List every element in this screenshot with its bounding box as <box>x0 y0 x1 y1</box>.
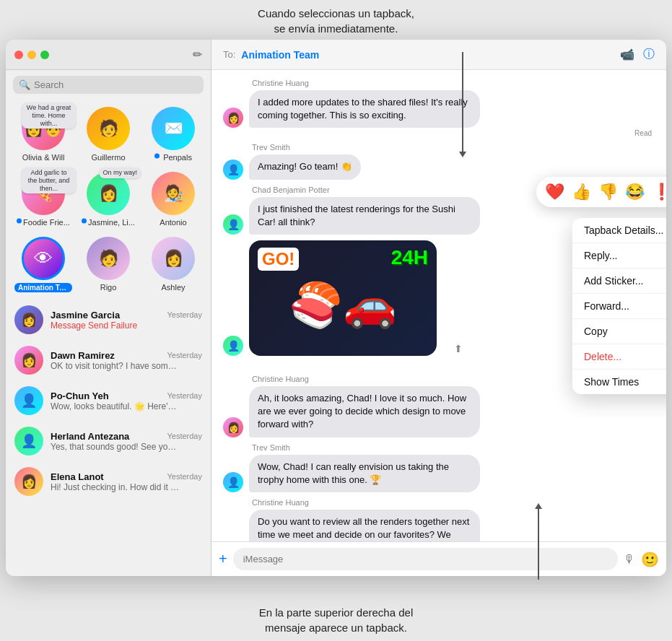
conv-jasmine-garcia[interactable]: 👩 Jasmine Garcia Yesterday Message Send … <box>6 300 211 340</box>
msg-avatar-trev-2: 👤 <box>223 472 243 492</box>
bubble-preview-olivia: We had a great time. Home with... <box>22 103 76 128</box>
msg-sender-trev-1: Trev Smith <box>223 143 655 152</box>
context-menu-show-times[interactable]: Show Times <box>572 370 666 394</box>
pinned-antonio[interactable]: 🧑‍🎨 Antonio <box>141 167 205 231</box>
chat-area: To: Animation Team 📹 ⓘ Christine Huang 👩… <box>211 40 666 576</box>
sidebar: ✏ 🔍 👩‍👨 We had a great time. Home with..… <box>6 40 211 576</box>
tapback-exclaim[interactable]: ❗ <box>650 181 666 203</box>
pinned-jasmine[interactable]: 👩 On my way! Jasmine, Li... <box>77 167 140 231</box>
add-attachment-button[interactable]: + <box>219 551 227 567</box>
arrow-top <box>462 52 463 153</box>
pinned-animation-team[interactable]: 👁 Animation Team <box>12 232 75 297</box>
emoji-button[interactable]: 🙂 <box>641 551 659 568</box>
msg-bubble-2[interactable]: Amazing! Go team! 👏 <box>249 154 361 179</box>
pinned-label-antonio: Antonio <box>144 218 202 227</box>
audio-input-icon[interactable]: 🎙 <box>624 553 635 566</box>
context-menu: Tapback Details... Reply... Add Sticker.… <box>572 218 666 394</box>
msg-sender-christine-3: Christine Huang <box>223 498 655 507</box>
msg-bubble-7[interactable]: Do you want to review all the renders to… <box>249 510 480 541</box>
conv-info-elena: Elena Lanot Yesterday Hi! Just checking … <box>51 471 202 492</box>
pinned-label-foodie: Foodie Frie... <box>14 218 72 227</box>
message-input[interactable] <box>233 548 618 570</box>
msg-avatar-chad: 👤 <box>223 214 243 235</box>
minimize-button[interactable] <box>27 51 36 59</box>
video-call-icon[interactable]: 📹 <box>620 48 634 61</box>
annotation-top: Cuando seleccionas un tapback,se envía i… <box>0 6 672 36</box>
conv-time-dawn: Yesterday <box>167 351 202 359</box>
conv-info-jasmine: Jasmine Garcia Yesterday Message Send Fa… <box>51 310 202 331</box>
context-menu-reply[interactable]: Reply... <box>572 243 666 269</box>
msg-row-2: 👤 Amazing! Go team! 👏 <box>223 154 655 179</box>
tapback-haha[interactable]: 😂 <box>624 181 646 203</box>
conversation-list: 👩 Jasmine Garcia Yesterday Message Send … <box>6 300 211 576</box>
msg-bubble-1[interactable]: I added more updates to the shared files… <box>249 90 480 128</box>
pinned-label-penpals: Penpals <box>144 153 202 162</box>
context-menu-delete[interactable]: Delete... <box>572 344 666 370</box>
conv-name-elena: Elena Lanot <box>51 471 104 482</box>
bubble-preview-jasmine: On my way! <box>99 167 141 178</box>
bubble-preview-foodie: Add garlic to the butter, and then... <box>22 167 76 193</box>
pinned-penpals[interactable]: ✉️ Penpals <box>141 103 205 166</box>
msg-group-1: Christine Huang 👩 I added more updates t… <box>223 79 655 137</box>
conv-name-dawn: Dawn Ramirez <box>51 350 115 361</box>
pinned-grid: 👩‍👨 We had a great time. Home with... Ol… <box>6 100 211 300</box>
messages-area: Christine Huang 👩 I added more updates t… <box>211 70 666 541</box>
app-window: ✏ 🔍 👩‍👨 We had a great time. Home with..… <box>6 40 666 576</box>
msg-group-2: Trev Smith 👤 Amazing! Go team! 👏 <box>223 143 655 179</box>
avatar-elena: 👩 <box>14 467 43 496</box>
msg-image-bubble[interactable]: GO! 24H 🍣🚗 <box>249 240 437 356</box>
context-menu-add-sticker[interactable]: Add Sticker... <box>572 269 666 294</box>
msg-sender-trev-2: Trev Smith <box>223 443 655 452</box>
pinned-rigo[interactable]: 🧑 Rigo <box>77 232 140 297</box>
msg-row-7: 👩 Do you want to review all the renders … <box>223 510 655 541</box>
avatar-penpals: ✉️ <box>152 107 195 150</box>
tapback-thumbup[interactable]: 👍 <box>570 181 593 203</box>
traffic-lights <box>14 51 49 59</box>
conv-pochun[interactable]: 👤 Po-Chun Yeh Yesterday Wow, looks beaut… <box>6 380 211 421</box>
tapback-heart[interactable]: ❤️ <box>544 181 566 203</box>
pinned-label-jasmine: Jasmine, Li... <box>79 218 137 227</box>
conv-preview-elena: Hi! Just checking in. How did it go? <box>51 482 180 492</box>
pinned-olivia[interactable]: 👩‍👨 We had a great time. Home with... Ol… <box>12 103 75 166</box>
avatar-herland: 👤 <box>14 427 43 455</box>
maximize-button[interactable] <box>40 51 49 59</box>
conv-elena[interactable]: 👩 Elena Lanot Yesterday Hi! Just checkin… <box>6 461 211 502</box>
chat-input-bar: + 🎙 🙂 <box>211 541 666 576</box>
context-menu-tapback-details[interactable]: Tapback Details... <box>572 218 666 243</box>
pinned-label-olivia: Olivia & Will <box>14 153 72 162</box>
msg-sender-christine-1: Christine Huang <box>223 79 655 87</box>
pinned-label-rigo: Rigo <box>79 283 137 292</box>
conv-dawn[interactable]: 👩 Dawn Ramirez Yesterday OK to visit ton… <box>6 340 211 380</box>
msg-read-1: Read <box>223 129 652 137</box>
conv-time-jasmine: Yesterday <box>167 310 202 319</box>
avatar-jasmine: 👩 <box>87 172 130 215</box>
pinned-foodie[interactable]: 🍕 Add garlic to the butter, and then... … <box>12 167 75 231</box>
conv-name-jasmine: Jasmine Garcia <box>51 310 120 320</box>
chat-header: To: Animation Team 📹 ⓘ <box>211 40 666 70</box>
annotation-bottom: En la parte superior derecha delmensaje … <box>0 605 672 635</box>
conv-preview-jasmine: Message Send Failure <box>51 320 180 331</box>
msg-bubble-6[interactable]: Wow, Chad! I can really envision us taki… <box>249 455 480 492</box>
conv-herland[interactable]: 👤 Herland Antezana Yesterday Yes, that s… <box>6 421 211 461</box>
context-menu-copy[interactable]: Copy <box>572 319 666 344</box>
conv-preview-herland: Yes, that sounds good! See you then. <box>51 442 180 452</box>
msg-bubble-3[interactable]: I just finished the latest renderings fo… <box>249 197 480 235</box>
msg-avatar-christine: 👩 <box>223 108 243 128</box>
compose-button[interactable]: ✏ <box>193 48 202 61</box>
pinned-guillermo[interactable]: 🧑 Guillermo <box>77 103 140 166</box>
search-icon: 🔍 <box>19 79 30 90</box>
pinned-ashley[interactable]: 👩 Ashley <box>141 232 205 297</box>
search-input[interactable] <box>34 79 198 90</box>
conv-time-pochun: Yesterday <box>167 391 202 400</box>
conv-name-herland: Herland Antezana <box>51 431 129 442</box>
avatar-pochun: 👤 <box>14 386 43 415</box>
avatar-antonio: 🧑‍🎨 <box>152 172 195 215</box>
msg-group-6: Trev Smith 👤 Wow, Chad! I can really env… <box>223 443 655 492</box>
close-button[interactable] <box>14 51 23 59</box>
chat-header-icons: 📹 ⓘ <box>620 47 655 62</box>
info-icon[interactable]: ⓘ <box>643 47 655 62</box>
msg-image-go-label: GO! <box>258 248 299 271</box>
tapback-thumbdown[interactable]: 👎 <box>597 181 619 203</box>
msg-bubble-5[interactable]: Ah, it looks amazing, Chad! I love it so… <box>249 386 480 437</box>
context-menu-forward[interactable]: Forward... <box>572 294 666 319</box>
